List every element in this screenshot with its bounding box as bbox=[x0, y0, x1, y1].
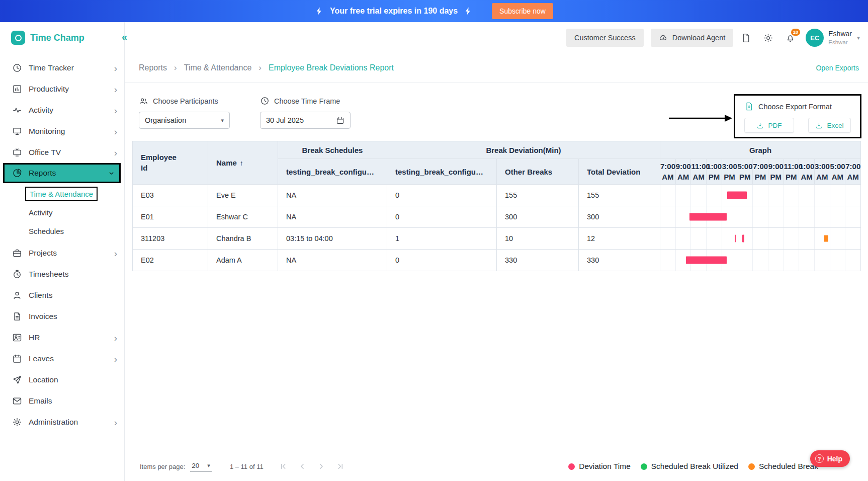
document-button[interactable] bbox=[736, 28, 755, 47]
caret-down-icon: ▾ bbox=[857, 34, 860, 41]
legend-scheduled-break-utilized: Scheduled Break Utilized bbox=[641, 462, 738, 471]
trial-banner-text: Your free trial expires in 190 days bbox=[330, 7, 458, 16]
logo-text: Time Champ bbox=[30, 33, 84, 43]
graph-time-slot: 11:00AM bbox=[691, 159, 707, 185]
table-row[interactable]: E03Eve ENA0155155 bbox=[133, 185, 861, 206]
previous-page-button[interactable] bbox=[295, 459, 310, 474]
cell-name: Eshwar C bbox=[208, 206, 278, 228]
clock-icon bbox=[12, 63, 22, 73]
graph-grid-column bbox=[737, 228, 753, 249]
graph-grid-column bbox=[845, 206, 860, 227]
chevron-right-icon: › bbox=[114, 127, 117, 136]
sidebar-item-emails[interactable]: Emails bbox=[0, 390, 124, 412]
breadcrumb: Reports › Time & Attendance › Employee B… bbox=[125, 53, 868, 83]
customer-success-button[interactable]: Customer Success bbox=[566, 29, 644, 47]
submenu-item-schedules[interactable]: Schedules bbox=[0, 222, 124, 240]
next-page-button[interactable] bbox=[314, 459, 329, 474]
graph-grid-column bbox=[676, 185, 691, 206]
graph-grid-column bbox=[830, 250, 846, 271]
timechamp-logo-icon bbox=[11, 31, 25, 45]
cell-employee-id: E03 bbox=[133, 185, 208, 206]
first-page-button[interactable] bbox=[276, 459, 291, 474]
sidebar-item-hr[interactable]: HR › bbox=[0, 327, 124, 348]
submenu-item-time-attendance[interactable]: Time & Attendance bbox=[0, 185, 124, 203]
col-group-break-deviation: Break Deviation(Min) bbox=[387, 141, 660, 159]
notifications-button[interactable]: 10 bbox=[780, 28, 800, 47]
graph-grid-column bbox=[830, 206, 846, 227]
sidebar-item-activity[interactable]: Activity › bbox=[0, 100, 124, 121]
graph-grid-column bbox=[691, 228, 707, 249]
breadcrumb-reports[interactable]: Reports bbox=[139, 63, 167, 72]
graph-grid-column bbox=[660, 206, 676, 227]
graph-grid-column bbox=[737, 206, 753, 227]
cell-break-deviation: 0 bbox=[387, 206, 497, 228]
cell-employee-id: E01 bbox=[133, 206, 208, 228]
graph-grid-column bbox=[660, 185, 676, 206]
export-pdf-button[interactable]: PDF bbox=[744, 118, 794, 133]
page-title: Employee Break Deviations Report bbox=[269, 63, 394, 72]
gear-icon bbox=[12, 417, 22, 427]
sidebar-item-monitoring[interactable]: Monitoring › bbox=[0, 121, 124, 142]
sidebar-item-location[interactable]: Location bbox=[0, 369, 124, 390]
document-icon bbox=[741, 33, 751, 43]
participants-label: Choose Participants bbox=[153, 97, 218, 105]
col-header-other-breaks: Other Breaks bbox=[497, 159, 579, 185]
people-icon bbox=[139, 96, 148, 106]
pagination-range: 1 – 11 of 11 bbox=[230, 463, 264, 470]
graph-time-slot: 5:00AM bbox=[830, 159, 845, 185]
tv-icon bbox=[12, 147, 22, 157]
col-group-graph: Graph bbox=[660, 141, 861, 159]
graph-time-slot: 1:00PM bbox=[707, 159, 722, 185]
chevron-right-icon: › bbox=[114, 333, 117, 343]
col-header-name[interactable]: Name↑ bbox=[208, 141, 278, 185]
trial-banner: Your free trial expires in 190 days Subs… bbox=[0, 0, 868, 22]
legend-deviation-time: Deviation Time bbox=[568, 462, 631, 471]
cell-graph bbox=[660, 206, 861, 228]
settings-button[interactable] bbox=[758, 28, 777, 47]
graph-time-slot: 7:00AM bbox=[845, 159, 861, 185]
graph-grid-column bbox=[799, 228, 815, 249]
sidebar-item-time-tracker[interactable]: Time Tracker › bbox=[0, 57, 124, 78]
chevron-right-icon: › bbox=[114, 418, 117, 427]
reports-submenu: Time & Attendance Activity Schedules bbox=[0, 183, 124, 243]
graph-grid-column bbox=[830, 228, 846, 249]
table-row[interactable]: E02Adam ANA0330330 bbox=[133, 250, 861, 271]
breadcrumb-time-attendance[interactable]: Time & Attendance bbox=[184, 63, 252, 72]
sidebar-item-reports[interactable]: Reports › bbox=[3, 163, 121, 183]
table-row[interactable]: 311203Chandra B03:15 to 04:0011012 bbox=[133, 228, 861, 250]
cell-employee-id: 311203 bbox=[133, 228, 208, 250]
graph-grid-column bbox=[768, 228, 784, 249]
open-exports-link[interactable]: Open Exports bbox=[816, 64, 859, 72]
sidebar-collapse-button[interactable]: « bbox=[122, 31, 127, 43]
graph-grid-column bbox=[830, 185, 846, 206]
download-agent-button[interactable]: Download Agent bbox=[651, 29, 734, 47]
graph-grid-column bbox=[799, 206, 815, 227]
cell-graph bbox=[660, 228, 861, 250]
sidebar-item-leaves[interactable]: Leaves › bbox=[0, 348, 124, 369]
lightning-icon bbox=[464, 7, 473, 16]
sidebar-item-office-tv[interactable]: Office TV › bbox=[0, 142, 124, 163]
id-card-icon bbox=[12, 333, 22, 343]
sidebar-item-productivity[interactable]: Productivity › bbox=[0, 78, 124, 100]
calendar-icon bbox=[336, 116, 344, 125]
graph-bar-deviation bbox=[727, 192, 747, 199]
table-row[interactable]: E01Eshwar CNA0300300 bbox=[133, 206, 861, 228]
sidebar-item-invoices[interactable]: Invoices bbox=[0, 306, 124, 327]
graph-grid-column bbox=[660, 250, 676, 271]
breadcrumb-separator-icon: › bbox=[174, 63, 177, 73]
avatar: EC bbox=[806, 29, 824, 47]
last-page-button[interactable] bbox=[333, 459, 348, 474]
sidebar-item-administration[interactable]: Administration › bbox=[0, 412, 124, 433]
sidebar-item-projects[interactable]: Projects › bbox=[0, 243, 124, 264]
help-button[interactable]: ? Help bbox=[810, 450, 850, 467]
graph-time-slot: 7:00PM bbox=[753, 159, 768, 185]
items-per-page-select[interactable]: 20 ▾ bbox=[190, 461, 212, 472]
sidebar-item-clients[interactable]: Clients bbox=[0, 285, 124, 306]
export-excel-button[interactable]: Excel bbox=[808, 118, 851, 133]
user-menu[interactable]: EC Eshwar Eshwar ▾ bbox=[806, 29, 860, 47]
submenu-item-activity[interactable]: Activity bbox=[0, 203, 124, 222]
date-input[interactable]: 30 Jul 2025 bbox=[260, 112, 351, 129]
participants-select[interactable]: Organisation ▾ bbox=[139, 112, 230, 129]
subscribe-now-button[interactable]: Subscribe now bbox=[492, 3, 553, 19]
sidebar-item-timesheets[interactable]: Timesheets bbox=[0, 264, 124, 285]
